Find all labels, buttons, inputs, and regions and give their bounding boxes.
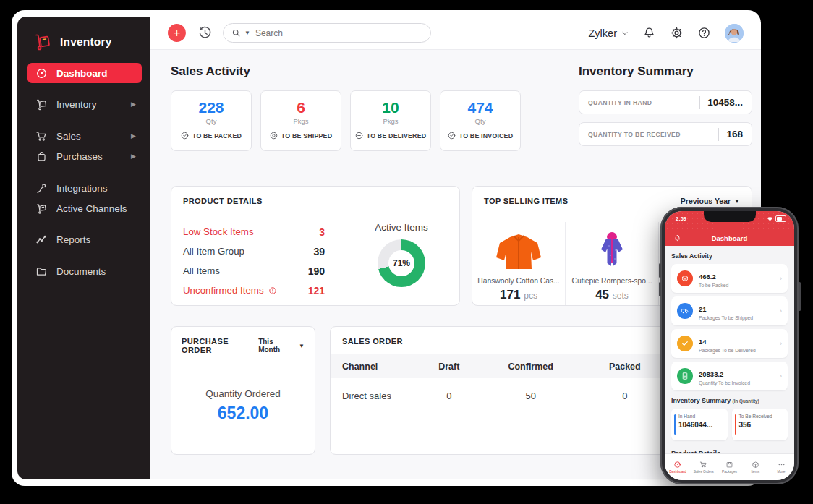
chevron-down-icon xyxy=(621,30,629,37)
check-circle-icon xyxy=(181,132,189,140)
search-input[interactable] xyxy=(254,27,422,39)
sidebar-item-label: Documents xyxy=(56,266,106,277)
sidebar-item-purchases[interactable]: Purchases ▶ xyxy=(27,146,142,166)
phone-nav-dashboard[interactable]: Dashboard xyxy=(665,461,691,474)
stat-unit: Pkgs xyxy=(351,117,430,125)
stat-card-to-be-shipped[interactable]: 6 Pkgs TO BE SHIPPED xyxy=(260,90,341,151)
pd-row-all-items[interactable]: All Items 190 xyxy=(183,261,355,281)
sidebar-item-documents[interactable]: Documents xyxy=(27,261,142,281)
phone-card-to-be-delivered[interactable]: 14 Packages To be Delivered › xyxy=(671,329,788,358)
quick-create-button[interactable]: + xyxy=(168,24,186,42)
romper-image xyxy=(566,227,658,272)
col-packed: Packed xyxy=(586,354,664,378)
phone-card-to-be-shipped[interactable]: 21 Packages To be Shipped › xyxy=(671,296,788,325)
phone-page-title: Dashboard xyxy=(665,234,794,242)
dashboard-gauge-icon xyxy=(35,67,48,80)
phone-power-button xyxy=(799,282,801,311)
product-details-card: PRODUCT DETAILS Low Stock Items 3 All It… xyxy=(171,186,460,306)
phone-nav-more[interactable]: More xyxy=(768,461,794,474)
sidebar-item-label: Active Channels xyxy=(56,203,127,214)
phone-nav-packages[interactable]: Packages xyxy=(717,461,743,474)
phone-mockup: 2:59 Dashboard Sales Activity xyxy=(660,207,799,484)
phone-card-to-be-packed[interactable]: 466.2 To be Packed › xyxy=(671,264,788,293)
brand-title: Inventory xyxy=(60,35,112,48)
package-icon xyxy=(681,274,689,283)
summary-quantity-to-be-received[interactable]: QUANTITY TO BE RECEIVED 168 xyxy=(579,122,752,146)
more-dots-icon xyxy=(778,461,786,469)
sidebar-item-label: Sales xyxy=(56,131,81,142)
inventory-logo-icon xyxy=(33,33,52,51)
stat-value: 6 xyxy=(261,99,341,116)
phone-in-hand-card[interactable]: In Hand 1046044... xyxy=(671,409,728,440)
notifications-bell-icon[interactable] xyxy=(642,26,656,40)
stat-unit: Qty xyxy=(171,117,251,125)
sidebar-item-active-channels[interactable]: Active Channels xyxy=(27,198,142,218)
period-dropdown[interactable]: Previous Year ▼ xyxy=(681,197,740,205)
wifi-icon xyxy=(767,216,773,221)
phone-volume-up-button xyxy=(659,263,661,278)
stat-value: 10 xyxy=(351,99,430,116)
integrations-icon xyxy=(35,182,48,195)
minus-circle-icon xyxy=(355,132,363,140)
cart-icon xyxy=(35,130,48,142)
status-time: 2:59 xyxy=(676,215,686,222)
divider xyxy=(699,96,700,109)
sidebar-item-integrations[interactable]: Integrations xyxy=(27,178,142,198)
phone-notch xyxy=(704,211,756,222)
org-switcher[interactable]: Zylker xyxy=(589,27,629,39)
chevron-down-icon: ▼ xyxy=(734,198,740,205)
summary-value: 10458... xyxy=(707,97,743,108)
summary-value: 168 xyxy=(726,129,743,140)
phone-volume-down-button xyxy=(659,282,661,296)
top-item-1[interactable]: Hanswooly Cotton Cas... 171 pcs xyxy=(472,222,566,305)
donut-percent: 71% xyxy=(388,250,414,276)
chevron-right-icon: › xyxy=(780,275,782,282)
item-name: Hanswooly Cotton Cas... xyxy=(472,277,565,285)
stat-value: 474 xyxy=(440,99,520,116)
sidebar-item-label: Purchases xyxy=(56,151,103,162)
stat-card-to-be-invoiced[interactable]: 474 Qty TO BE INVOICED xyxy=(440,90,521,151)
sales-activity-title: Sales Activity xyxy=(171,64,250,79)
pd-row-all-item-group[interactable]: All Item Group 39 xyxy=(183,242,355,261)
phone-nav-sales-orders[interactable]: Sales Orders xyxy=(691,461,717,474)
metric-label: Quantity Ordered xyxy=(171,388,315,399)
search-scope-caret-icon[interactable]: ▼ xyxy=(244,30,250,36)
history-icon[interactable] xyxy=(197,25,213,40)
sidebar-item-inventory[interactable]: Inventory ▶ xyxy=(27,94,142,114)
summary-label: QUANTITY IN HAND xyxy=(588,99,692,106)
sidebar-item-label: Integrations xyxy=(56,183,108,194)
summary-quantity-in-hand[interactable]: QUANTITY IN HAND 10458... xyxy=(579,90,752,114)
stat-label: TO BE PACKED xyxy=(192,132,242,140)
truck-icon xyxy=(681,307,689,315)
sidebar-item-sales[interactable]: Sales ▶ xyxy=(27,126,142,146)
chevron-right-icon: › xyxy=(780,340,782,347)
period-dropdown[interactable]: This Month ▼ xyxy=(258,338,305,354)
donut-label: Active Items xyxy=(375,222,428,233)
phone-inventory-summary-title: Inventory Summary (In Quantity) xyxy=(671,397,788,404)
submenu-arrow-icon: ▶ xyxy=(131,132,136,140)
settings-gear-icon[interactable] xyxy=(670,26,684,40)
purchase-order-card: PURCHASE ORDER This Month ▼ Quantity Ord… xyxy=(171,326,315,455)
chevron-down-icon: ▼ xyxy=(299,343,305,349)
sidebar-item-reports[interactable]: Reports xyxy=(27,229,142,249)
search-bar[interactable]: ▼ xyxy=(223,23,431,43)
phone-nav-items[interactable]: Items xyxy=(742,461,768,474)
user-avatar[interactable] xyxy=(725,24,744,43)
info-icon xyxy=(268,286,277,295)
stat-card-to-be-packed[interactable]: 228 Qty TO BE PACKED xyxy=(171,90,252,151)
phone-screen: 2:59 Dashboard Sales Activity xyxy=(665,211,794,480)
stat-card-to-be-delivered[interactable]: 10 Pkgs TO BE DELIVERED xyxy=(350,90,431,151)
stat-unit: Qty xyxy=(440,117,520,125)
submenu-arrow-icon: ▶ xyxy=(131,153,136,160)
help-icon[interactable] xyxy=(697,26,711,40)
reports-chart-icon xyxy=(35,234,48,246)
phone-card-to-be-invoiced[interactable]: 20833.2 Quantity To be Invoiced › xyxy=(671,362,788,390)
top-item-2[interactable]: Cutiepie Rompers-spo... 45 sets xyxy=(566,222,659,305)
card-title: PRODUCT DETAILS xyxy=(183,197,263,205)
item-name: Cutiepie Rompers-spo... xyxy=(566,277,658,285)
pd-row-unconfirmed-items[interactable]: Unconfirmed Items 121 xyxy=(183,281,355,300)
pd-row-low-stock[interactable]: Low Stock Items 3 xyxy=(183,222,355,242)
sidebar-item-dashboard[interactable]: Dashboard xyxy=(27,63,142,83)
search-icon xyxy=(231,28,241,38)
phone-to-be-received-card[interactable]: To Be Received 356 xyxy=(732,409,788,440)
